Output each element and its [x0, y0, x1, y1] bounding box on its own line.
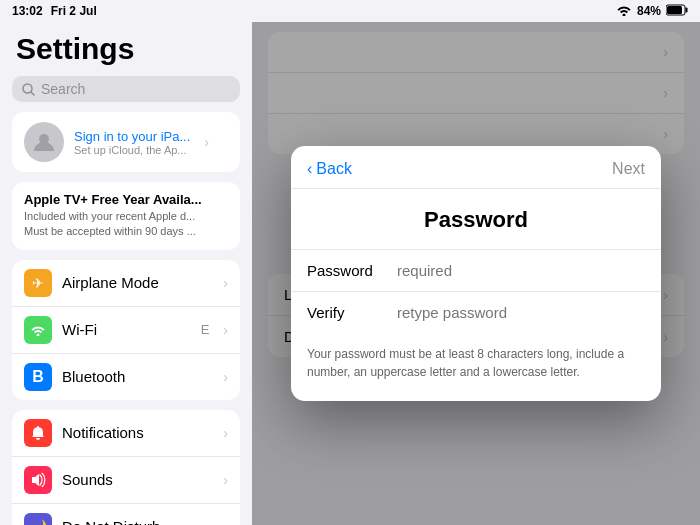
- chevron-icon: ›: [223, 425, 228, 441]
- svg-rect-1: [667, 6, 682, 14]
- modal-overlay: ‹ Back Next Password Password Verify: [252, 22, 700, 525]
- password-hint: Your password must be at least 8 charact…: [291, 333, 661, 381]
- apple-id-title: Sign in to your iPa...: [74, 129, 190, 144]
- sidebar-title: Settings: [0, 22, 252, 72]
- verify-field-row: Verify: [291, 292, 661, 333]
- back-button[interactable]: ‹ Back: [307, 160, 352, 178]
- verify-field-label: Verify: [307, 304, 397, 321]
- bluetooth-label: Bluetooth: [62, 368, 209, 385]
- do-not-disturb-label: Do Not Disturb: [62, 518, 209, 525]
- sounds-label: Sounds: [62, 471, 209, 488]
- sounds-icon: [24, 466, 52, 494]
- sidebar-item-wifi[interactable]: Wi-Fi E ›: [12, 307, 240, 354]
- wifi-icon: [616, 4, 632, 19]
- modal-title: Password: [291, 189, 661, 249]
- chevron-icon: ›: [204, 134, 209, 150]
- chevron-icon: ›: [223, 472, 228, 488]
- airplane-icon: ✈: [24, 269, 52, 297]
- status-bar: 13:02 Fri 2 Jul 84%: [0, 0, 700, 22]
- search-bar[interactable]: Search: [12, 76, 240, 102]
- search-placeholder: Search: [41, 81, 85, 97]
- sidebar-item-airplane-mode[interactable]: ✈ Airplane Mode ›: [12, 260, 240, 307]
- chevron-icon: ›: [223, 519, 228, 525]
- password-input[interactable]: [397, 262, 645, 279]
- apple-id-section[interactable]: Sign in to your iPa... Set up iCloud, th…: [12, 112, 240, 172]
- settings-container: Settings Search Sign in to your iPa... S…: [0, 22, 700, 525]
- do-not-disturb-icon: 🌙: [24, 513, 52, 525]
- password-field-row: Password: [291, 250, 661, 292]
- apple-id-subtitle: Set up iCloud, the Ap...: [74, 144, 190, 156]
- notifications-label: Notifications: [62, 424, 209, 441]
- battery-text: 84%: [637, 4, 661, 18]
- wifi-value: E: [201, 322, 210, 337]
- status-bar-left: 13:02 Fri 2 Jul: [12, 4, 97, 18]
- password-field-label: Password: [307, 262, 397, 279]
- main-content: › › › Language & Region › Diction: [252, 22, 700, 525]
- verify-input[interactable]: [397, 304, 645, 321]
- status-time: 13:02: [12, 4, 43, 18]
- wifi-settings-icon: [24, 316, 52, 344]
- apple-tv-title: Apple TV+ Free Year Availa...: [24, 192, 228, 207]
- notifications-icon: [24, 419, 52, 447]
- sidebar-item-notifications[interactable]: Notifications ›: [12, 410, 240, 457]
- sidebar-item-sounds[interactable]: Sounds ›: [12, 457, 240, 504]
- next-button[interactable]: Next: [612, 160, 645, 178]
- sidebar: Settings Search Sign in to your iPa... S…: [0, 22, 252, 525]
- wifi-label: Wi-Fi: [62, 321, 191, 338]
- password-modal: ‹ Back Next Password Password Verify: [291, 146, 661, 401]
- sidebar-item-bluetooth[interactable]: B Bluetooth ›: [12, 354, 240, 400]
- avatar: [24, 122, 64, 162]
- chevron-icon: ›: [223, 275, 228, 291]
- modal-nav-bar: ‹ Back Next: [291, 146, 661, 189]
- sidebar-item-do-not-disturb[interactable]: 🌙 Do Not Disturb ›: [12, 504, 240, 525]
- battery-icon: [666, 4, 688, 19]
- airplane-mode-label: Airplane Mode: [62, 274, 209, 291]
- back-chevron-icon: ‹: [307, 160, 312, 178]
- chevron-icon: ›: [223, 369, 228, 385]
- status-bar-right: 84%: [616, 4, 688, 19]
- back-label: Back: [316, 160, 352, 178]
- chevron-icon: ›: [223, 322, 228, 338]
- modal-form: Password Verify: [291, 249, 661, 333]
- apple-tv-section[interactable]: Apple TV+ Free Year Availa... Included w…: [12, 182, 240, 250]
- status-date: Fri 2 Jul: [51, 4, 97, 18]
- settings-group-general: Notifications › Sounds › 🌙 Do Not Distur…: [12, 410, 240, 525]
- apple-id-text: Sign in to your iPa... Set up iCloud, th…: [74, 129, 190, 156]
- settings-group-connectivity: ✈ Airplane Mode › Wi-Fi E › B Bluetooth …: [12, 260, 240, 400]
- bluetooth-icon: B: [24, 363, 52, 391]
- svg-rect-2: [686, 7, 688, 12]
- svg-line-4: [31, 92, 34, 95]
- apple-tv-subtitle: Included with your recent Apple d...Must…: [24, 209, 228, 240]
